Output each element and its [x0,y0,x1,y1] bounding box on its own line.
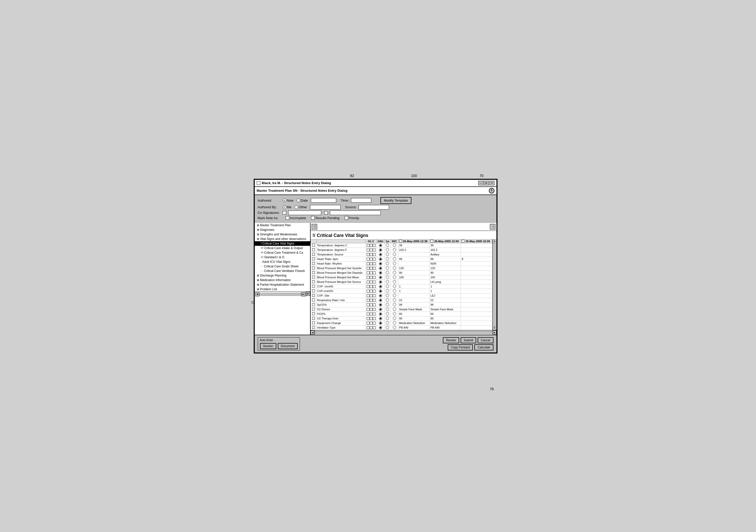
row-c-checkbox-15[interactable] [373,313,376,315]
sidebar-item-0[interactable]: ⊕ Master Treatment Plan [255,223,310,227]
help-button[interactable]: ? [489,188,495,194]
row-h-checkbox-4[interactable] [367,262,369,265]
row-radio-r1w-1[interactable] [384,248,391,252]
restore-button[interactable]: ⧉ [484,181,489,185]
radio-dot-r24-6[interactable] [379,271,382,275]
vscroll-track[interactable] [493,243,497,326]
row-radio-r50-12[interactable] [391,298,398,303]
row-c-checkbox-3[interactable] [373,258,376,260]
row-radio-r50-3[interactable] [391,257,398,261]
radio-dot-r50-14[interactable] [393,307,396,311]
copy-forward-button[interactable]: Copy Forward [448,344,473,350]
radio-dot-r1w-12[interactable] [386,298,389,302]
authored-now-item[interactable]: Now [283,199,294,202]
row-radio-r24-15[interactable] [377,311,384,316]
row-radio-r1w-13[interactable] [384,303,391,307]
row-radio-r1w-7[interactable] [384,275,391,279]
radio-dot-r1w-13[interactable] [386,303,389,306]
row-radio-r24-16[interactable] [377,316,384,321]
row-radio-r24-12[interactable] [377,298,384,303]
row-radio-r50-17[interactable] [391,321,398,325]
calculate-button[interactable]: Calculate [474,344,493,350]
radio-dot-r24-0[interactable] [379,244,382,247]
sidebar-item-10[interactable]: · · Critical Care Ventilator Flowsh [255,269,310,273]
radio-dot-r50-17[interactable] [393,321,396,325]
row-checkbox-12[interactable] [312,299,315,302]
nav-forward-button[interactable]: 《 [490,224,496,229]
row-radio-r1w-0[interactable] [384,243,391,248]
row-c-checkbox-8[interactable] [373,280,376,283]
radio-dot-r1w-6[interactable] [386,271,389,274]
row-radio-r50-9[interactable] [391,284,398,289]
sidebar-item-8[interactable]: · Adult ICU Vital Signs [255,259,310,264]
row-c-checkbox-18[interactable] [373,326,376,329]
row-radio-r50-15[interactable] [391,311,398,316]
row-h-checkbox-15[interactable] [367,313,369,315]
row-radio-r1w-10[interactable] [384,289,391,293]
row-h-checkbox-3[interactable] [367,258,369,260]
minimize-button[interactable]: — [478,181,483,185]
radio-dot-r24-13[interactable] [379,303,382,306]
row-h-checkbox-9[interactable] [367,285,369,288]
row-l-checkbox-2[interactable] [370,253,372,256]
row-radio-r50-4[interactable] [391,261,398,266]
radio-dot-r24-7[interactable] [379,276,382,279]
row-h-checkbox-10[interactable] [367,290,369,293]
row-radio-r24-2[interactable] [377,252,384,257]
row-l-checkbox-17[interactable] [370,322,372,325]
radio-dot-r24-4[interactable] [379,262,382,265]
priority-item[interactable]: Priority [345,216,359,220]
row-l-checkbox-12[interactable] [370,299,372,302]
row-h-checkbox-12[interactable] [367,299,369,302]
radio-dot-r1w-11[interactable] [386,294,389,297]
radio-dot-r50-16[interactable] [393,317,396,320]
radio-dot-r1w-2[interactable] [386,253,389,256]
row-h-checkbox-5[interactable] [367,267,369,270]
radio-dot-r24-1[interactable] [379,248,382,252]
sidebar-item-9[interactable]: · · Critical Care Goals Sheet [255,264,310,269]
row-radio-r1w-16[interactable] [384,316,391,321]
row-radio-r1w-17[interactable] [384,321,391,325]
radio-dot-r50-1[interactable] [393,248,396,252]
radio-dot-r24-8[interactable] [379,280,382,284]
radio-dot-r1w-15[interactable] [386,312,389,315]
source-input[interactable] [359,205,389,209]
row-checkbox-8[interactable] [312,280,315,283]
row-checkbox-2[interactable] [312,253,315,256]
radio-dot-r50-8[interactable] [393,280,396,283]
authored-date-radio[interactable] [297,199,300,202]
row-h-checkbox-6[interactable] [367,272,369,274]
row-l-checkbox-13[interactable] [370,304,372,306]
cosignatures-checkbox1[interactable] [283,211,286,215]
row-c-checkbox-7[interactable] [373,276,376,279]
radio-dot-r24-16[interactable] [379,317,382,320]
row-radio-r24-9[interactable] [377,284,384,289]
authored-date-input[interactable] [311,198,336,203]
authored-by-other-input[interactable] [310,205,340,209]
row-h-checkbox-18[interactable] [367,326,369,329]
row-radio-r1w-15[interactable] [384,311,391,316]
radio-dot-r1w-5[interactable] [386,266,389,270]
radio-dot-r50-5[interactable] [393,266,396,270]
row-l-checkbox-11[interactable] [370,294,372,297]
radio-dot-r50-9[interactable] [393,285,396,288]
radio-dot-r24-5[interactable] [379,267,382,270]
sidebar-scroll-left[interactable]: ◀ [255,292,259,296]
row-radio-r1w-5[interactable] [384,266,391,270]
row-l-checkbox-14[interactable] [370,308,372,311]
row-radio-r50-10[interactable] [391,289,398,293]
row-checkbox-18[interactable] [312,326,315,329]
radio-dot-r1w-17[interactable] [386,321,389,325]
row-radio-r50-11[interactable] [391,293,398,298]
radio-dot-r24-3[interactable] [379,257,382,261]
radio-dot-r24-11[interactable] [379,294,382,297]
row-checkbox-14[interactable] [312,308,315,310]
row-radio-r50-1[interactable] [391,248,398,252]
row-checkbox-1[interactable] [312,248,315,251]
row-radio-r1w-14[interactable] [384,307,391,311]
sidebar-scroll-nav[interactable]: ▶ [306,292,310,296]
row-radio-r24-0[interactable] [377,243,384,248]
radio-dot-r1w-4[interactable] [386,262,389,265]
radio-dot-r24-15[interactable] [379,312,382,316]
row-l-checkbox-8[interactable] [370,280,372,283]
